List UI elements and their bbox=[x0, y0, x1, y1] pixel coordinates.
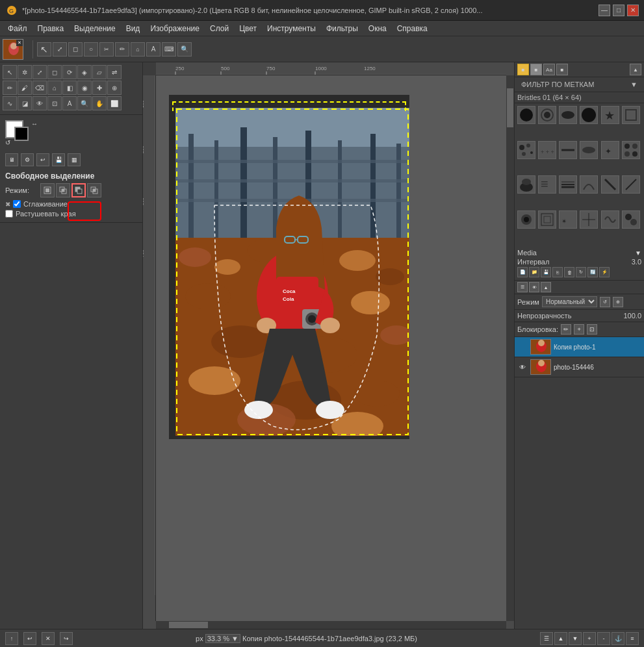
tool-config-icon[interactable]: ⚙ bbox=[21, 153, 34, 166]
status-anchor-icon[interactable]: ⚓ bbox=[612, 632, 625, 645]
scrollbar-vertical[interactable] bbox=[506, 75, 514, 621]
tool-fill2[interactable]: ⌂ bbox=[47, 81, 62, 95]
menu-layer[interactable]: Слой bbox=[205, 23, 234, 34]
tool-fill[interactable]: ⌂ bbox=[131, 42, 145, 57]
media-extra-icon[interactable]: ⚡ bbox=[599, 267, 610, 277]
status-layers-icon[interactable]: ☰ bbox=[540, 632, 553, 645]
menu-image[interactable]: Изображение bbox=[145, 23, 205, 34]
filter-dropdown-icon[interactable]: ▼ bbox=[630, 81, 638, 88]
tool-screen-icon[interactable]: 🖥 bbox=[5, 153, 18, 166]
lock-alpha-icon[interactable]: ⊡ bbox=[587, 324, 597, 335]
tool-eye[interactable]: 👁 bbox=[32, 96, 47, 110]
status-redo-icon[interactable]: ↪ bbox=[60, 632, 73, 645]
tool-flip[interactable]: ⇌ bbox=[107, 65, 122, 79]
tool-heal[interactable]: ✚ bbox=[92, 81, 107, 95]
tool-text2[interactable]: A bbox=[62, 96, 77, 110]
brush-item[interactable] bbox=[622, 106, 640, 124]
brush-item[interactable] bbox=[559, 175, 577, 194]
menu-file[interactable]: Файл bbox=[3, 23, 32, 34]
rt-color-icon[interactable]: ■ bbox=[517, 64, 529, 75]
layers-expand-icon[interactable]: ▲ bbox=[541, 282, 551, 292]
tool-measure[interactable]: ⊡ bbox=[47, 96, 62, 110]
tool-smudge[interactable]: ∿ bbox=[3, 96, 17, 110]
tool-text[interactable]: A bbox=[146, 42, 161, 57]
scrollbar-thumb-v[interactable] bbox=[507, 88, 513, 127]
brush-item[interactable] bbox=[580, 210, 598, 229]
status-export-icon[interactable]: ↑ bbox=[5, 632, 18, 645]
tool-brush[interactable]: 🖌 bbox=[18, 81, 32, 95]
foreground-color[interactable] bbox=[14, 127, 29, 141]
tool-move[interactable]: ✲ bbox=[18, 65, 32, 79]
menu-edit[interactable]: Правка bbox=[32, 23, 70, 34]
tool-perspective[interactable]: ▱ bbox=[92, 65, 107, 79]
tool-eraser[interactable]: ⌫ bbox=[32, 81, 47, 95]
media-copy-icon[interactable]: ⎘ bbox=[552, 267, 563, 277]
layers-mode-icon2[interactable]: ⊕ bbox=[613, 297, 623, 307]
brush-item[interactable] bbox=[622, 141, 640, 159]
mode-subtract[interactable] bbox=[71, 183, 86, 197]
mode-replace[interactable] bbox=[40, 183, 55, 197]
rt-expand-icon[interactable]: ▲ bbox=[630, 64, 641, 75]
tool-align[interactable]: ⤢ bbox=[32, 65, 47, 79]
tool-blend[interactable]: ◧ bbox=[62, 81, 77, 95]
tool-pointer[interactable]: ↖ bbox=[3, 65, 17, 79]
tool-hand[interactable]: ✋ bbox=[92, 96, 107, 110]
brush-item[interactable] bbox=[559, 141, 577, 159]
brush-item[interactable]: ✦ bbox=[601, 141, 619, 159]
brush-item[interactable] bbox=[517, 141, 535, 159]
media-new-icon[interactable]: 📄 bbox=[517, 267, 528, 277]
menu-help[interactable]: Справка bbox=[392, 23, 433, 34]
smooth-checkbox[interactable] bbox=[13, 200, 21, 208]
lock-pencil-icon[interactable]: ✏ bbox=[561, 324, 571, 335]
tool-rect-select[interactable]: ⬜ bbox=[107, 96, 122, 110]
menu-select[interactable]: Выделение bbox=[69, 23, 121, 34]
tool-extra-icon[interactable]: ▦ bbox=[68, 153, 81, 166]
rt-pattern-icon[interactable]: ■ bbox=[530, 64, 542, 75]
brush-item[interactable] bbox=[601, 210, 619, 229]
status-add-icon[interactable]: + bbox=[583, 632, 596, 645]
brush-item[interactable] bbox=[622, 210, 640, 229]
brush-item[interactable]: + + + bbox=[538, 141, 556, 159]
tool-shear[interactable]: ◈ bbox=[77, 65, 92, 79]
media-dropdown-arrow[interactable]: ▼ bbox=[635, 249, 641, 257]
close-button[interactable]: ✕ bbox=[627, 5, 639, 16]
scrollbar-thumb-h[interactable] bbox=[169, 622, 208, 628]
layer-item-copy[interactable]: Копия photo-1 bbox=[515, 337, 644, 357]
brush-item[interactable] bbox=[517, 210, 535, 229]
brush-item[interactable] bbox=[559, 106, 577, 124]
brush-item[interactable] bbox=[538, 210, 556, 229]
brush-item[interactable]: ✴ bbox=[559, 210, 577, 229]
menu-tools[interactable]: Инструменты bbox=[262, 23, 321, 34]
status-up-icon[interactable]: ▲ bbox=[554, 632, 567, 645]
media-delete-icon[interactable]: 🗑 bbox=[564, 267, 574, 277]
layers-mode-arrow[interactable]: ↺ bbox=[600, 297, 610, 307]
maximize-button[interactable]: □ bbox=[613, 5, 625, 16]
brush-item[interactable] bbox=[580, 175, 598, 194]
status-undo-icon[interactable]: ↩ bbox=[23, 632, 36, 645]
status-delete-icon[interactable]: ✕ bbox=[42, 632, 55, 645]
tool-clone2[interactable]: ⊕ bbox=[107, 81, 122, 95]
minimize-button[interactable]: — bbox=[599, 5, 610, 16]
swap-colors[interactable]: ↔ bbox=[31, 120, 38, 127]
tool-ellipse[interactable]: ○ bbox=[84, 42, 98, 57]
media-redo-icon[interactable]: ↻ bbox=[576, 267, 586, 277]
layer-visibility-icon[interactable] bbox=[517, 342, 528, 352]
status-down-icon[interactable]: ▼ bbox=[569, 632, 582, 645]
menu-windows[interactable]: Окна bbox=[363, 23, 392, 34]
tool-lasso[interactable]: ✂ bbox=[99, 42, 114, 57]
feather-checkbox[interactable] bbox=[5, 210, 13, 218]
layer-item-original[interactable]: 👁 photo-154446 bbox=[515, 357, 644, 377]
tool-crop[interactable]: ◻ bbox=[47, 65, 62, 79]
tool-save-icon[interactable]: 💾 bbox=[52, 153, 65, 166]
tool-select[interactable]: ⤢ bbox=[53, 42, 67, 57]
tool-pencil[interactable]: ✏ bbox=[3, 81, 17, 95]
media-refresh-icon[interactable]: 🔄 bbox=[587, 267, 598, 277]
mode-intersect[interactable] bbox=[87, 183, 101, 197]
rt-brush-icon[interactable]: ■ bbox=[556, 64, 568, 75]
brush-item[interactable] bbox=[580, 141, 598, 159]
mode-add[interactable] bbox=[56, 183, 70, 197]
brush-item[interactable] bbox=[580, 106, 598, 124]
menu-view[interactable]: Вид bbox=[121, 23, 146, 34]
brush-item[interactable] bbox=[601, 175, 619, 194]
layers-mode-select[interactable]: Нормальный bbox=[542, 296, 597, 307]
